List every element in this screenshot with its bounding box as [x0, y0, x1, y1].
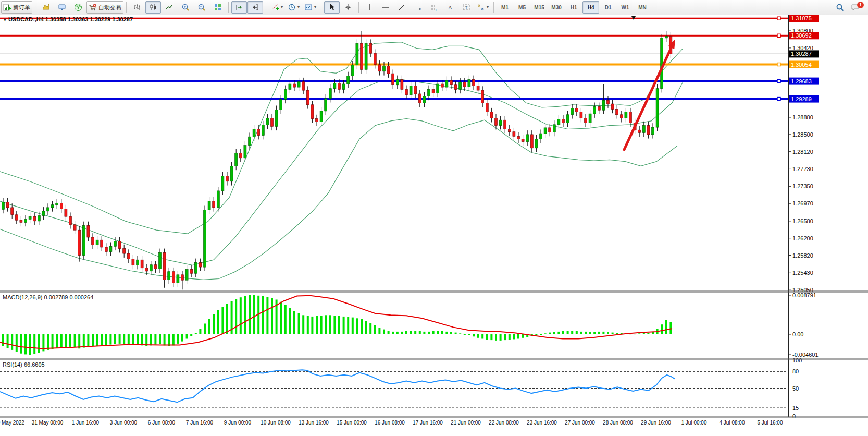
candle-body	[208, 201, 210, 210]
macd-histogram-bar	[414, 331, 416, 334]
chat-button[interactable]: 1	[849, 1, 866, 14]
hline-handle[interactable]	[777, 63, 780, 66]
price-tick-label: 1.30420	[792, 45, 813, 51]
price-tick-label: 1.27730	[792, 166, 813, 172]
candle-body	[33, 216, 36, 221]
macd-histogram-bar	[459, 333, 461, 334]
macd-histogram-bar	[159, 334, 161, 344]
candle-body	[575, 108, 578, 112]
timeframe-m30-button[interactable]: M30	[548, 1, 565, 14]
macd-histogram-bar	[522, 334, 524, 338]
hline-handle[interactable]	[777, 80, 780, 83]
candle-body	[230, 166, 233, 181]
chart-bars-button[interactable]	[129, 1, 145, 14]
candle-body	[656, 89, 659, 127]
timeframe-m5-button[interactable]: M5	[514, 1, 530, 14]
macd-histogram-bar	[213, 314, 215, 334]
timeframe-m15-button[interactable]: M15	[531, 1, 548, 14]
candle-body	[365, 43, 367, 69]
charts-panel-button[interactable]	[38, 1, 54, 14]
search-button[interactable]	[832, 1, 848, 14]
price-tick-label: 1.26200	[792, 235, 813, 241]
hline-handle[interactable]	[777, 98, 780, 101]
auto-scroll-button[interactable]	[231, 1, 247, 14]
new-order-button[interactable]: 新订单	[1, 1, 32, 14]
chart-canvas[interactable]: 1.308001.304201.300401.296501.292701.288…	[0, 15, 868, 436]
toolbar-separator	[266, 2, 266, 13]
macd-histogram-bar	[235, 299, 237, 334]
templates-button[interactable]: ▾	[302, 1, 318, 14]
signals-button[interactable]	[70, 1, 86, 14]
folder-icon	[42, 3, 50, 11]
candle-body	[82, 226, 85, 256]
text-button[interactable]: A	[442, 1, 458, 14]
indicators-button[interactable]: ▾	[269, 1, 285, 14]
candle-body	[109, 246, 112, 251]
candle-body	[361, 43, 363, 69]
fibonacci-button[interactable]: F	[426, 1, 442, 14]
arrows-icon	[477, 3, 485, 11]
candle-body	[423, 96, 426, 103]
hline-1.31075[interactable]	[0, 18, 788, 19]
macd-histogram-bar	[69, 334, 71, 347]
macd-histogram-bar	[490, 334, 492, 340]
macd-histogram-bar	[464, 334, 466, 335]
macd-histogram-bar	[423, 332, 425, 334]
candle-body	[544, 128, 547, 134]
text-label-icon: T	[462, 3, 470, 11]
candle-body	[78, 230, 81, 255]
hline-handle[interactable]	[777, 34, 780, 37]
macd-histogram-bar	[450, 332, 452, 334]
candle-body	[123, 249, 126, 254]
macd-histogram-bar	[244, 296, 246, 334]
timeframe-mn-button[interactable]: MN	[634, 1, 651, 14]
rsi-tick-label: 15	[792, 405, 799, 411]
arrows-button[interactable]: ▾	[475, 1, 491, 14]
zoom-in-button[interactable]	[178, 1, 193, 14]
timeframe-w1-button[interactable]: W1	[617, 1, 634, 14]
macd-histogram-bar	[607, 332, 609, 334]
chart-shift-button[interactable]	[247, 1, 263, 14]
candle-body	[598, 106, 600, 110]
text-label-button[interactable]: T	[458, 1, 474, 14]
rsi-pane[interactable]	[0, 370, 788, 408]
price-tick-label: 1.25820	[792, 252, 813, 259]
auto-trading-button[interactable]: 自动交易	[86, 1, 123, 14]
candle-body	[535, 139, 538, 148]
hline-1.30054[interactable]	[0, 64, 788, 66]
vertical-line-button[interactable]	[362, 1, 377, 14]
zoom-out-button[interactable]	[194, 1, 209, 14]
candle-body	[468, 79, 470, 87]
candle-body	[159, 252, 162, 269]
chart-window[interactable]: 1.308001.304201.300401.296501.292701.288…	[0, 15, 868, 436]
timeframe-h1-button[interactable]: H1	[565, 1, 582, 14]
candle-body	[325, 99, 327, 111]
main-pane[interactable]	[0, 16, 788, 289]
cursor-button[interactable]	[324, 1, 340, 14]
time-tick-label: 3 Jun 00:00	[110, 420, 138, 426]
terminal-button[interactable]	[54, 1, 70, 14]
macd-histogram-bar	[468, 334, 470, 335]
time-tick-label: 22 Jun 08:00	[489, 420, 519, 426]
chart-candles-button[interactable]	[145, 1, 161, 14]
macd-histogram-bar	[65, 334, 67, 347]
hline-1.29289[interactable]	[0, 98, 788, 100]
timeframe-h4-button[interactable]: H4	[582, 1, 599, 14]
candle-body	[15, 215, 18, 220]
crosshair-button[interactable]	[340, 1, 356, 14]
hline-handle[interactable]	[777, 17, 780, 20]
horizontal-line-button[interactable]	[378, 1, 393, 14]
timeframe-m1-button[interactable]: M1	[497, 1, 513, 14]
chart-candles-icon	[149, 3, 157, 11]
toolbar: 新订单自动交易▾▾▾EFAT▾M1M5M15M30H1H4D1W1MN 1	[0, 0, 868, 15]
candle-body	[504, 120, 506, 129]
trendline-button[interactable]	[394, 1, 410, 14]
tile-windows-button[interactable]	[210, 1, 226, 14]
macd-pane[interactable]	[0, 295, 672, 355]
macd-histogram-bar	[509, 334, 511, 340]
timeframe-d1-button[interactable]: D1	[600, 1, 616, 14]
candle-body	[141, 260, 143, 268]
periods-button[interactable]: ▾	[286, 1, 302, 14]
equidistant-channel-button[interactable]: E	[410, 1, 426, 14]
chart-line-button[interactable]	[162, 1, 177, 14]
